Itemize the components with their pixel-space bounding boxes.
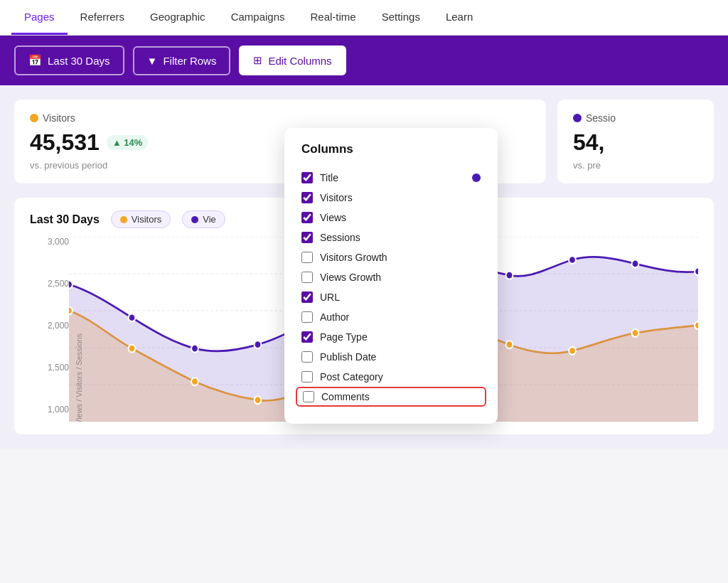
nav-item-settings[interactable]: Settings	[369, 1, 433, 35]
y-label-1000: 1,000	[30, 405, 69, 414]
svg-point-25	[569, 347, 576, 355]
col-url[interactable]: URL	[301, 287, 481, 307]
chart-title: Last 30 Days	[30, 213, 100, 226]
svg-point-27	[695, 321, 698, 329]
col-visitors-label: Visitors	[320, 192, 353, 203]
y-axis: 3,000 2,500 2,000 1,500 1,000	[30, 237, 69, 422]
edit-columns-label: Edit Columns	[268, 55, 331, 67]
col-page-type[interactable]: Page Type	[301, 327, 481, 347]
date-range-label: Last 30 Days	[48, 55, 110, 67]
col-title-dot	[472, 173, 481, 182]
col-author-label: Author	[320, 311, 349, 323]
y-axis-label: Views / Visitors / Sessions	[75, 333, 83, 422]
y-label-2500: 2,500	[30, 279, 69, 289]
col-publish-date[interactable]: Publish Date	[301, 347, 481, 367]
edit-columns-dropdown: Columns Title Visitors Views Sessions Vi…	[284, 128, 498, 424]
nav-item-referrers[interactable]: Referrers	[68, 1, 138, 35]
sessions-label: Sessio	[573, 112, 698, 124]
col-publish-date-checkbox[interactable]	[301, 351, 313, 363]
col-comments-checkbox[interactable]	[303, 391, 314, 402]
legend-views[interactable]: Vie	[182, 210, 225, 228]
col-title-checkbox[interactable]	[301, 172, 313, 183]
col-author-checkbox[interactable]	[301, 311, 313, 323]
date-range-button[interactable]: 📅 Last 30 Days	[14, 46, 124, 75]
col-publish-date-label: Publish Date	[320, 351, 376, 363]
visitors-dot	[30, 114, 38, 122]
col-views-growth-label: Views Growth	[320, 272, 381, 283]
svg-point-26	[632, 329, 639, 337]
svg-point-18	[129, 345, 136, 353]
sessions-stat-card: Sessio 54, vs. pre	[557, 100, 714, 183]
col-post-category-checkbox[interactable]	[301, 371, 313, 383]
col-views[interactable]: Views	[301, 208, 481, 228]
col-visitors-growth-checkbox[interactable]	[301, 252, 313, 263]
col-sessions-checkbox[interactable]	[301, 232, 313, 243]
sessions-compare: vs. pre	[573, 160, 698, 171]
svg-point-16	[695, 267, 698, 275]
col-sessions-label: Sessions	[320, 232, 360, 243]
svg-point-13	[506, 272, 513, 279]
nav-item-realtime[interactable]: Real-time	[298, 1, 369, 35]
svg-point-6	[69, 281, 73, 289]
col-visitors-growth-label: Visitors Growth	[320, 252, 387, 263]
nav-item-learn[interactable]: Learn	[433, 1, 486, 35]
col-page-type-label: Page Type	[320, 331, 368, 343]
svg-point-17	[69, 307, 73, 315]
columns-icon: ⊞	[253, 54, 262, 67]
sessions-dot	[573, 114, 582, 122]
svg-point-20	[255, 396, 262, 404]
main-content: Visitors 45,531 ▲ 14% vs. previous perio…	[0, 85, 728, 449]
nav-item-pages[interactable]: Pages	[11, 1, 68, 35]
filter-label: Filter Rows	[163, 55, 216, 67]
nav-item-campaigns[interactable]: Campaigns	[218, 1, 298, 35]
filter-rows-button[interactable]: ▼ Filter Rows	[133, 46, 231, 75]
legend-visitors[interactable]: Visitors	[111, 210, 171, 228]
col-post-category[interactable]: Post Category	[301, 367, 481, 387]
col-author[interactable]: Author	[301, 307, 481, 327]
col-comments[interactable]: Comments	[296, 387, 486, 407]
y-label-2000: 2,000	[30, 321, 69, 331]
svg-point-15	[632, 260, 639, 268]
visitors-badge: ▲ 14%	[107, 135, 149, 150]
filter-icon: ▼	[147, 55, 158, 67]
col-views-checkbox[interactable]	[301, 212, 313, 223]
calendar-icon: 📅	[28, 54, 42, 67]
col-title[interactable]: Title	[301, 168, 481, 188]
col-comments-label: Comments	[321, 391, 370, 402]
col-views-growth-checkbox[interactable]	[301, 272, 313, 283]
svg-point-9	[255, 341, 262, 348]
col-visitors[interactable]: Visitors	[301, 188, 481, 208]
sessions-value: 54,	[573, 129, 698, 156]
col-post-category-label: Post Category	[320, 371, 383, 383]
edit-columns-button[interactable]: ⊞ Edit Columns	[239, 46, 346, 75]
col-views-label: Views	[320, 212, 346, 223]
svg-point-7	[129, 314, 136, 321]
col-sessions[interactable]: Sessions	[301, 228, 481, 247]
legend-views-dot	[191, 216, 198, 223]
y-label-3000: 3,000	[30, 237, 69, 247]
col-title-label: Title	[320, 172, 338, 183]
svg-point-19	[191, 378, 198, 385]
col-url-checkbox[interactable]	[301, 292, 313, 303]
toolbar: 📅 Last 30 Days ▼ Filter Rows ⊞ Edit Colu…	[0, 36, 728, 85]
col-visitors-growth[interactable]: Visitors Growth	[301, 247, 481, 267]
dropdown-title: Columns	[301, 142, 481, 156]
legend-visitors-dot	[120, 216, 127, 223]
col-views-growth[interactable]: Views Growth	[301, 267, 481, 287]
col-url-label: URL	[320, 292, 340, 303]
svg-point-14	[569, 256, 576, 264]
top-nav: Pages Referrers Geographic Campaigns Rea…	[0, 0, 728, 36]
col-page-type-checkbox[interactable]	[301, 331, 313, 343]
col-visitors-checkbox[interactable]	[301, 192, 313, 203]
y-label-1500: 1,500	[30, 363, 69, 373]
nav-item-geographic[interactable]: Geographic	[137, 1, 218, 35]
visitors-label: Visitors	[30, 112, 530, 124]
svg-point-8	[191, 345, 198, 353]
svg-point-24	[506, 341, 513, 348]
